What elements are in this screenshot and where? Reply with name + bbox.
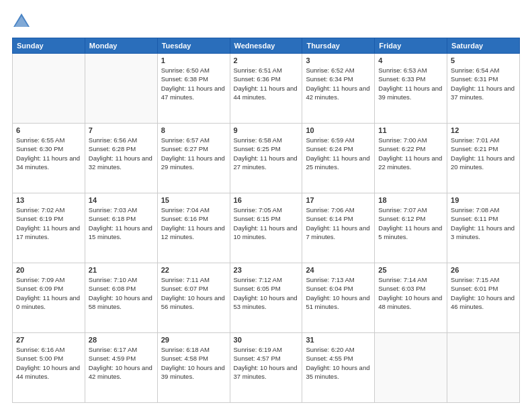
day-info: Sunrise: 6:58 AM Sunset: 6:25 PM Dayligh… xyxy=(234,136,299,171)
day-info: Sunrise: 7:06 AM Sunset: 6:14 PM Dayligh… xyxy=(306,205,371,241)
day-number: 25 xyxy=(378,266,443,274)
day-number: 18 xyxy=(378,196,443,204)
day-info: Sunrise: 6:17 AM Sunset: 4:59 PM Dayligh… xyxy=(89,345,154,381)
calendar-cell: 2Sunrise: 6:51 AM Sunset: 6:36 PM Daylig… xyxy=(230,54,302,124)
calendar-cell: 29Sunrise: 6:18 AM Sunset: 4:58 PM Dayli… xyxy=(157,333,230,403)
day-info: Sunrise: 6:53 AM Sunset: 6:33 PM Dayligh… xyxy=(378,66,443,101)
day-info: Sunrise: 6:57 AM Sunset: 6:27 PM Dayligh… xyxy=(161,136,226,171)
calendar-cell: 8Sunrise: 6:57 AM Sunset: 6:27 PM Daylig… xyxy=(157,124,230,193)
day-info: Sunrise: 7:09 AM Sunset: 6:09 PM Dayligh… xyxy=(16,275,81,311)
calendar-cell: 18Sunrise: 7:07 AM Sunset: 6:12 PM Dayli… xyxy=(375,193,447,263)
day-info: Sunrise: 6:51 AM Sunset: 6:36 PM Dayligh… xyxy=(234,66,299,101)
logo xyxy=(12,12,34,31)
calendar-header-row: SundayMondayTuesdayWednesdayThursdayFrid… xyxy=(13,38,520,54)
day-number: 5 xyxy=(451,56,516,64)
day-info: Sunrise: 7:14 AM Sunset: 6:03 PM Dayligh… xyxy=(378,275,443,311)
calendar-week-row: 13Sunrise: 7:02 AM Sunset: 6:19 PM Dayli… xyxy=(13,193,520,263)
calendar-cell: 27Sunrise: 6:16 AM Sunset: 5:00 PM Dayli… xyxy=(13,333,85,403)
page: SundayMondayTuesdayWednesdayThursdayFrid… xyxy=(0,0,532,411)
calendar-cell: 16Sunrise: 7:05 AM Sunset: 6:15 PM Dayli… xyxy=(230,193,302,263)
day-number: 9 xyxy=(234,126,299,134)
day-number: 16 xyxy=(234,196,299,204)
calendar-cell: 31Sunrise: 6:20 AM Sunset: 4:55 PM Dayli… xyxy=(302,333,375,403)
calendar-cell: 26Sunrise: 7:15 AM Sunset: 6:01 PM Dayli… xyxy=(447,263,520,333)
calendar-cell: 21Sunrise: 7:10 AM Sunset: 6:08 PM Dayli… xyxy=(85,263,157,333)
calendar-week-row: 1Sunrise: 6:50 AM Sunset: 6:38 PM Daylig… xyxy=(13,54,520,124)
day-number: 6 xyxy=(16,126,81,134)
logo-icon xyxy=(12,12,31,31)
calendar-cell: 23Sunrise: 7:12 AM Sunset: 6:05 PM Dayli… xyxy=(230,263,302,333)
day-number: 23 xyxy=(234,266,299,274)
calendar-week-row: 6Sunrise: 6:55 AM Sunset: 6:30 PM Daylig… xyxy=(13,124,520,193)
calendar-cell: 6Sunrise: 6:55 AM Sunset: 6:30 PM Daylig… xyxy=(13,124,85,193)
day-of-week-header: Wednesday xyxy=(230,38,302,54)
day-info: Sunrise: 7:07 AM Sunset: 6:12 PM Dayligh… xyxy=(378,205,443,241)
calendar-cell: 9Sunrise: 6:58 AM Sunset: 6:25 PM Daylig… xyxy=(230,124,302,193)
day-number: 12 xyxy=(451,126,516,134)
calendar-cell: 24Sunrise: 7:13 AM Sunset: 6:04 PM Dayli… xyxy=(302,263,375,333)
calendar-cell: 12Sunrise: 7:01 AM Sunset: 6:21 PM Dayli… xyxy=(447,124,520,193)
calendar-cell: 4Sunrise: 6:53 AM Sunset: 6:33 PM Daylig… xyxy=(375,54,447,124)
day-of-week-header: Sunday xyxy=(13,38,85,54)
calendar-cell: 10Sunrise: 6:59 AM Sunset: 6:24 PM Dayli… xyxy=(302,124,375,193)
day-info: Sunrise: 7:10 AM Sunset: 6:08 PM Dayligh… xyxy=(89,275,154,311)
day-info: Sunrise: 6:55 AM Sunset: 6:30 PM Dayligh… xyxy=(16,136,81,171)
day-number: 24 xyxy=(306,266,371,274)
day-number: 21 xyxy=(89,266,154,274)
day-info: Sunrise: 7:13 AM Sunset: 6:04 PM Dayligh… xyxy=(306,275,371,311)
day-info: Sunrise: 6:20 AM Sunset: 4:55 PM Dayligh… xyxy=(306,345,371,381)
day-info: Sunrise: 7:00 AM Sunset: 6:22 PM Dayligh… xyxy=(378,136,443,171)
day-info: Sunrise: 7:15 AM Sunset: 6:01 PM Dayligh… xyxy=(451,275,516,311)
day-number: 27 xyxy=(16,336,81,344)
calendar-cell: 28Sunrise: 6:17 AM Sunset: 4:59 PM Dayli… xyxy=(85,333,157,403)
day-info: Sunrise: 7:03 AM Sunset: 6:18 PM Dayligh… xyxy=(89,205,154,241)
calendar-cell: 3Sunrise: 6:52 AM Sunset: 6:34 PM Daylig… xyxy=(302,54,375,124)
day-info: Sunrise: 6:18 AM Sunset: 4:58 PM Dayligh… xyxy=(161,345,226,381)
day-number: 20 xyxy=(16,266,81,274)
day-info: Sunrise: 7:02 AM Sunset: 6:19 PM Dayligh… xyxy=(16,205,81,241)
header xyxy=(12,12,520,31)
day-of-week-header: Saturday xyxy=(447,38,520,54)
day-of-week-header: Thursday xyxy=(302,38,375,54)
day-number: 17 xyxy=(306,196,371,204)
day-number: 4 xyxy=(378,56,443,64)
day-info: Sunrise: 7:11 AM Sunset: 6:07 PM Dayligh… xyxy=(161,275,226,311)
day-info: Sunrise: 7:05 AM Sunset: 6:15 PM Dayligh… xyxy=(234,205,299,241)
day-number: 13 xyxy=(16,196,81,204)
day-number: 15 xyxy=(161,196,226,204)
day-number: 31 xyxy=(306,336,371,344)
day-info: Sunrise: 6:59 AM Sunset: 6:24 PM Dayligh… xyxy=(306,136,371,171)
day-number: 28 xyxy=(89,336,154,344)
calendar-cell: 20Sunrise: 7:09 AM Sunset: 6:09 PM Dayli… xyxy=(13,263,85,333)
day-number: 2 xyxy=(234,56,299,64)
calendar-cell: 7Sunrise: 6:56 AM Sunset: 6:28 PM Daylig… xyxy=(85,124,157,193)
calendar-week-row: 27Sunrise: 6:16 AM Sunset: 5:00 PM Dayli… xyxy=(13,333,520,403)
day-number: 22 xyxy=(161,266,226,274)
calendar-cell xyxy=(375,333,447,403)
calendar-cell xyxy=(13,54,85,124)
day-number: 8 xyxy=(161,126,226,134)
day-of-week-header: Tuesday xyxy=(157,38,230,54)
calendar-cell: 13Sunrise: 7:02 AM Sunset: 6:19 PM Dayli… xyxy=(13,193,85,263)
calendar-cell: 22Sunrise: 7:11 AM Sunset: 6:07 PM Dayli… xyxy=(157,263,230,333)
day-info: Sunrise: 7:12 AM Sunset: 6:05 PM Dayligh… xyxy=(234,275,299,311)
day-info: Sunrise: 6:16 AM Sunset: 5:00 PM Dayligh… xyxy=(16,345,81,381)
calendar-table: SundayMondayTuesdayWednesdayThursdayFrid… xyxy=(12,38,520,403)
day-info: Sunrise: 6:19 AM Sunset: 4:57 PM Dayligh… xyxy=(234,345,299,381)
calendar-cell: 30Sunrise: 6:19 AM Sunset: 4:57 PM Dayli… xyxy=(230,333,302,403)
calendar-cell: 19Sunrise: 7:08 AM Sunset: 6:11 PM Dayli… xyxy=(447,193,520,263)
calendar-cell: 17Sunrise: 7:06 AM Sunset: 6:14 PM Dayli… xyxy=(302,193,375,263)
calendar-cell xyxy=(85,54,157,124)
calendar-cell: 15Sunrise: 7:04 AM Sunset: 6:16 PM Dayli… xyxy=(157,193,230,263)
day-info: Sunrise: 7:04 AM Sunset: 6:16 PM Dayligh… xyxy=(161,205,226,241)
calendar-cell: 14Sunrise: 7:03 AM Sunset: 6:18 PM Dayli… xyxy=(85,193,157,263)
day-number: 10 xyxy=(306,126,371,134)
day-info: Sunrise: 7:01 AM Sunset: 6:21 PM Dayligh… xyxy=(451,136,516,171)
day-number: 11 xyxy=(378,126,443,134)
day-number: 26 xyxy=(451,266,516,274)
day-number: 30 xyxy=(234,336,299,344)
day-info: Sunrise: 7:08 AM Sunset: 6:11 PM Dayligh… xyxy=(451,205,516,241)
day-info: Sunrise: 6:50 AM Sunset: 6:38 PM Dayligh… xyxy=(161,66,226,101)
day-of-week-header: Monday xyxy=(85,38,157,54)
calendar-cell: 11Sunrise: 7:00 AM Sunset: 6:22 PM Dayli… xyxy=(375,124,447,193)
